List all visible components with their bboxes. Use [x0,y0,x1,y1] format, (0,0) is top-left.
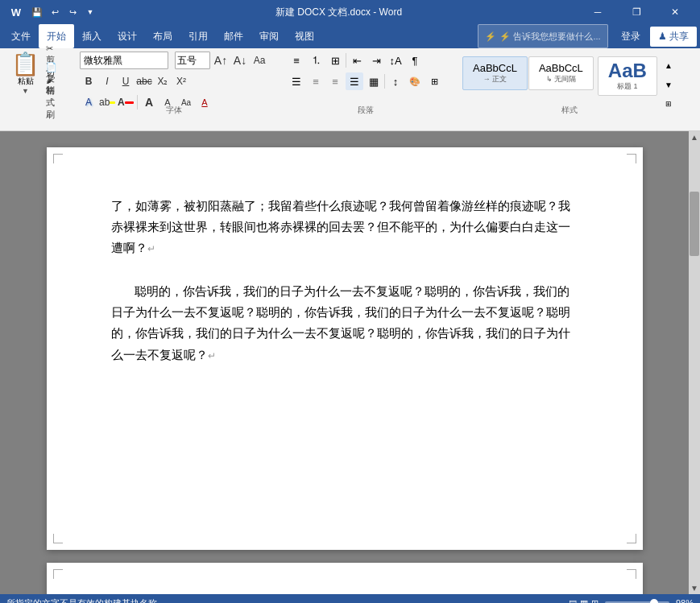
align-left-button[interactable]: ☰ [288,72,305,90]
menu-design[interactable]: 设计 [110,24,145,48]
align-center-button[interactable]: ≡ [307,72,325,90]
menu-view[interactable]: 视图 [287,24,322,48]
paragraph-group: ≡ ⒈ ⊞ ⇤ ⇥ ↕A ¶ ☰ ≡ ≡ ☰ ▦ ↕ 🎨 ⊞ 段落 [281,52,449,118]
styles-scroll-up[interactable]: ▲ [660,56,677,74]
scroll-up-btn[interactable]: ▲ [689,131,700,143]
status-right: ▤ ▦ ⊞ 98% [569,598,694,604]
paste-dropdown-icon[interactable]: ▼ [22,87,29,95]
search-box[interactable]: ⚡ ⚡ 告诉我您想要做什么... [478,24,607,48]
status-message: 所指定的文字不是有效的构建基块名称。 [6,597,166,604]
style-normal[interactable]: AaBbCcL → 正文 [462,56,528,90]
vertical-scrollbar[interactable]: ▲ ▼ [689,131,700,594]
subscript-button[interactable]: X₂ [154,72,172,90]
edit-group: 🔍 编辑 编辑 [690,52,700,118]
document-scroll[interactable]: 了，如薄雾，被初阳蒸融了；我留着些什么痕迹呢？我何曾留着像游丝样的痕迹呢？我赤裸… [0,131,689,594]
font-size-input[interactable] [175,52,210,69]
menu-layout[interactable]: 布局 [145,24,180,48]
decrease-indent-button[interactable]: ⇤ [348,52,366,69]
para-row1: ≡ ⒈ ⊞ ⇤ ⇥ ↕A ¶ [288,52,443,69]
menu-right-actions: 登录 ♟ 共享 [615,24,697,48]
para-sep1 [346,53,346,68]
find-button[interactable]: 🔍 编辑 [697,55,700,89]
search-placeholder: ⚡ 告诉我您想要做什么... [499,31,600,43]
increase-indent-button[interactable]: ⇥ [367,52,385,69]
numbering-button[interactable]: ⒈ [307,52,325,69]
paste-button[interactable]: 📋 粘贴 ▼ [10,52,41,97]
justify-button[interactable]: ☰ [346,72,363,90]
scrollbar-thumb[interactable] [690,192,699,256]
border-button[interactable]: ⊞ [425,72,443,90]
document-area: 了，如薄雾，被初阳蒸融了；我留着些什么痕迹呢？我何曾留着像游丝样的痕迹呢？我赤裸… [0,131,700,594]
scroll-down-btn[interactable]: ▼ [689,582,700,594]
strikethrough-button[interactable]: abc [135,72,153,90]
font-row2: B I U abc X₂ X² [80,72,268,90]
redo-quick-btn[interactable]: ↪ [64,4,81,20]
clipboard-group: 📋 粘贴 ▼ ✂ 剪切 📄 复制 🖌 格式刷 [6,52,67,106]
window-controls: ─ ❐ ✕ [579,0,694,24]
column-button[interactable]: ▦ [365,72,383,90]
font-group-label: 字体 [73,105,275,116]
font-row1: A↑ A↓ Aa [80,52,268,69]
page-2: ↵ [47,563,643,594]
show-formatting-button[interactable]: ¶ [406,52,424,69]
styles-group: AaBbCcL → 正文 AaBbCcL ↳ 无间隔 AaB 标题 1 [456,52,684,118]
bullets-button[interactable]: ≡ [288,52,305,69]
sort-button[interactable]: ↕A [387,52,404,69]
menu-insert[interactable]: 插入 [74,24,110,48]
status-bar: 所指定的文字不是有效的构建基块名称。 ▤ ▦ ⊞ 98% [0,594,700,603]
quick-access-toolbar: 💾 ↩ ↪ ▼ [29,4,98,20]
underline-button[interactable]: U [117,72,135,90]
grow-font-button[interactable]: A↑ [212,52,230,69]
restore-button[interactable]: ❐ [618,0,655,24]
print-view-btn[interactable]: ▦ [580,598,588,604]
line-spacing-button[interactable]: ↕ [387,72,404,90]
corner-tr-1 [627,154,636,163]
status-left: 所指定的文字不是有效的构建基块名称。 [6,597,166,604]
document-title: 新建 DOCX 文档.docx - Word [98,6,579,19]
styles-group-label: 样式 [456,105,684,116]
style-heading1[interactable]: AaB 标题 1 [598,56,657,96]
clear-format-button[interactable]: Aa [251,52,268,69]
superscript-button[interactable]: X² [172,72,190,90]
style-normal-label: → 正文 [473,74,517,85]
shrink-font-button[interactable]: A↓ [231,52,249,69]
login-button[interactable]: 登录 [615,30,647,43]
zoom-thumb [650,599,658,603]
corner-br-1 [627,534,636,543]
format-painter-button[interactable]: 🖌 格式刷 [43,89,60,106]
menu-file[interactable]: 文件 [3,24,39,48]
para-row2: ☰ ≡ ≡ ☰ ▦ ↕ 🎨 ⊞ [288,72,443,90]
font-name-input[interactable] [80,52,168,69]
menu-mailings[interactable]: 邮件 [216,24,251,48]
web-view-btn[interactable]: ⊞ [591,598,599,604]
para-break-1 [111,268,578,281]
italic-button[interactable]: I [98,72,116,90]
menu-review[interactable]: 审阅 [251,24,287,48]
menu-references[interactable]: 引用 [180,24,216,48]
edit-group-label: 编辑 [690,105,700,116]
align-right-button[interactable]: ≡ [326,72,344,90]
minimize-button[interactable]: ─ [579,0,616,24]
style-heading1-preview: AaB [608,60,647,81]
paste-icon: 📋 [11,53,39,76]
title-bar-left: W 💾 ↩ ↪ ▼ [6,2,98,22]
font-group: A↑ A↓ Aa B I U abc X₂ X² A ab A [73,52,275,118]
menu-bar: 文件 开始 插入 设计 布局 引用 邮件 审阅 视图 ⚡ ⚡ 告诉我您想要做什么… [0,24,700,48]
corner-tr-2 [627,569,636,579]
corner-tl-2 [53,569,63,579]
undo-quick-btn[interactable]: ↩ [47,4,63,20]
paragraph-2[interactable]: 聪明的，你告诉我，我们的日子为什么一去不复返呢？聪明的，你告诉我，我们的日子为什… [111,281,578,365]
styles-scroll-down[interactable]: ▼ [660,76,677,93]
bold-button[interactable]: B [80,72,97,90]
paragraph-1[interactable]: 了，如薄雾，被初阳蒸融了；我留着些什么痕迹呢？我何曾留着像游丝样的痕迹呢？我赤裸… [111,196,578,258]
style-no-space-preview: AaBbCcL [539,62,583,74]
zoom-level[interactable]: 98% [676,598,694,603]
style-no-space[interactable]: AaBbCcL ↳ 无间隔 [528,56,594,90]
save-quick-btn[interactable]: 💾 [29,4,45,20]
read-view-btn[interactable]: ▤ [569,598,577,604]
share-button[interactable]: ♟ 共享 [650,27,697,47]
shading-button[interactable]: 🎨 [406,72,424,90]
close-button[interactable]: ✕ [657,0,694,24]
quick-access-more-btn[interactable]: ▼ [82,4,98,20]
multilevel-button[interactable]: ⊞ [326,52,344,69]
